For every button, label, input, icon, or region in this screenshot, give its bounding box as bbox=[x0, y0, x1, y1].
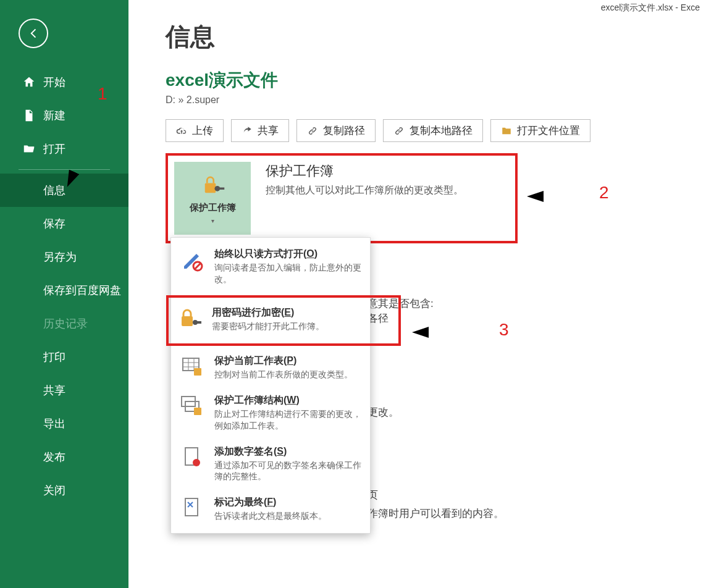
protect-workbook-dropdown: 始终以只读方式打开(O) 询问读者是否加入编辑，防止意外的更改。 用密码进行加密… bbox=[170, 237, 371, 534]
nav-label: 历史记录 bbox=[43, 316, 88, 331]
file-path: D: » 2.super bbox=[166, 94, 700, 106]
nav-label: 新建 bbox=[43, 108, 65, 123]
fragment-text: 作簿时用户可以看到的内容。 bbox=[368, 506, 504, 521]
dd-title: 用密码进行加密(E) bbox=[212, 306, 324, 319]
nav-label: 信息 bbox=[43, 183, 65, 198]
arrow-left-icon bbox=[27, 27, 40, 40]
tile-label: 保护工作簿 bbox=[190, 202, 236, 214]
chevron-down-icon: ▾ bbox=[211, 217, 214, 224]
share-button[interactable]: 共享 bbox=[231, 119, 289, 142]
dd-text: 保护当前工作表(P) 控制对当前工作表所做的更改类型。 bbox=[214, 355, 353, 380]
button-label: 上传 bbox=[192, 124, 213, 138]
protect-workbook-text: 保护工作簿 控制其他人可以对此工作簿所做的更改类型。 bbox=[266, 162, 463, 197]
link-icon bbox=[307, 125, 318, 136]
nav-info[interactable]: 信息 bbox=[0, 174, 128, 207]
section-title: 保护工作簿 bbox=[266, 162, 463, 180]
dd-desc: 询问读者是否加入编辑，防止意外的更改。 bbox=[214, 262, 361, 285]
svg-rect-19 bbox=[185, 498, 198, 516]
nav-label: 发布 bbox=[43, 450, 65, 464]
lock-key-icon bbox=[200, 172, 225, 198]
home-icon bbox=[22, 75, 36, 89]
dd-text: 标记为最终(F) 告诉读者此文档是最终版本。 bbox=[214, 496, 327, 522]
nav-publish[interactable]: 发布 bbox=[0, 440, 128, 474]
dd-title: 标记为最终(F) bbox=[214, 496, 327, 509]
dd-protect-sheet[interactable]: 保护当前工作表(P) 控制对当前工作表所做的更改类型。 bbox=[171, 348, 370, 388]
dd-desc: 控制对当前工作表所做的更改类型。 bbox=[214, 369, 353, 380]
dd-desc: 防止对工作簿结构进行不需要的更改，例如添加工作表。 bbox=[214, 408, 361, 432]
dd-title: 保护工作簿结构(W) bbox=[214, 394, 361, 407]
document-icon bbox=[22, 109, 36, 122]
link-icon bbox=[393, 125, 405, 136]
file-title: excel演示文件 bbox=[166, 69, 700, 92]
nav-label: 保存到百度网盘 bbox=[43, 283, 121, 298]
section-desc: 控制其他人可以对此工作簿所做的更改类型。 bbox=[266, 184, 463, 197]
cloud-upload-icon bbox=[176, 125, 187, 136]
nav-label: 另存为 bbox=[43, 250, 77, 264]
folder-open-icon bbox=[22, 142, 36, 156]
dd-text: 始终以只读方式打开(O) 询问读者是否加入编辑，防止意外的更改。 bbox=[214, 248, 361, 285]
svg-rect-0 bbox=[205, 183, 216, 193]
dd-text: 添加数字签名(S) 通过添加不可见的数字签名来确保工作簿的完整性。 bbox=[214, 445, 361, 483]
protect-workbook-tile[interactable]: 保护工作簿 ▾ bbox=[174, 162, 251, 235]
sheets-lock-icon bbox=[180, 394, 206, 420]
pencil-forbidden-icon bbox=[180, 248, 206, 274]
dd-encrypt-with-password[interactable]: 用密码进行加密(E) 需要密码才能打开此工作簿。 bbox=[169, 298, 398, 343]
copy-path-button[interactable]: 复制路径 bbox=[296, 119, 376, 142]
dd-desc: 通过添加不可见的数字签名来确保工作簿的完整性。 bbox=[214, 460, 361, 483]
button-label: 打开文件位置 bbox=[517, 124, 580, 138]
nav-new[interactable]: 新建 bbox=[0, 99, 128, 132]
svg-rect-7 bbox=[196, 321, 201, 324]
protect-workbook-highlight: 保护工作簿 ▾ 保护工作簿 控制其他人可以对此工作簿所做的更改类型。 bbox=[166, 153, 518, 243]
svg-rect-13 bbox=[194, 368, 201, 376]
nav-label: 打开 bbox=[43, 141, 65, 156]
nav-label: 导出 bbox=[43, 416, 65, 431]
nav-print[interactable]: 打印 bbox=[0, 340, 128, 374]
nav-save-as[interactable]: 另存为 bbox=[0, 240, 128, 274]
svg-rect-5 bbox=[182, 316, 193, 326]
dd-mark-final[interactable]: 标记为最终(F) 告诉读者此文档是最终版本。 bbox=[171, 490, 370, 529]
button-label: 共享 bbox=[258, 124, 279, 138]
folder-icon bbox=[501, 125, 512, 136]
nav-separator bbox=[19, 169, 110, 170]
svg-line-4 bbox=[195, 263, 201, 269]
lock-key-icon bbox=[177, 306, 203, 332]
dd-protect-structure[interactable]: 保护工作簿结构(W) 防止对工作簿结构进行不需要的更改，例如添加工作表。 bbox=[171, 388, 370, 439]
dd-text: 保护工作簿结构(W) 防止对工作簿结构进行不需要的更改，例如添加工作表。 bbox=[214, 394, 361, 432]
nav-label: 开始 bbox=[43, 75, 65, 90]
back-button[interactable] bbox=[19, 19, 48, 48]
sheet-lock-icon bbox=[180, 355, 206, 380]
share-icon bbox=[242, 125, 253, 136]
nav-save-baidu[interactable]: 保存到百度网盘 bbox=[0, 274, 128, 307]
nav-close[interactable]: 关闭 bbox=[0, 474, 128, 507]
upload-button[interactable]: 上传 bbox=[166, 119, 224, 142]
nav-open[interactable]: 打开 bbox=[0, 132, 128, 166]
backstage-content: 信息 excel演示文件 D: » 2.super 上传 共享 复制路径 复制本… bbox=[128, 0, 706, 588]
nav-start[interactable]: 开始 bbox=[0, 65, 128, 99]
fragment-text: 更改。 bbox=[368, 405, 399, 419]
nav-export[interactable]: 导出 bbox=[0, 407, 128, 440]
button-label: 复制路径 bbox=[323, 124, 365, 138]
nav-label: 关闭 bbox=[43, 483, 65, 498]
dd-desc: 需要密码才能打开此工作簿。 bbox=[212, 321, 324, 332]
dd-add-signature[interactable]: 添加数字签名(S) 通过添加不可见的数字签名来确保工作簿的完整性。 bbox=[171, 439, 370, 490]
dd-text: 用密码进行加密(E) 需要密码才能打开此工作簿。 bbox=[212, 306, 324, 332]
nav-share[interactable]: 共享 bbox=[0, 374, 128, 407]
dd-always-readonly[interactable]: 始终以只读方式打开(O) 询问读者是否加入编辑，防止意外的更改。 bbox=[171, 242, 370, 293]
certificate-icon bbox=[180, 445, 206, 471]
svg-point-18 bbox=[193, 459, 200, 466]
svg-rect-16 bbox=[194, 408, 201, 415]
open-file-location-button[interactable]: 打开文件位置 bbox=[490, 119, 590, 142]
copy-local-path-button[interactable]: 复制本地路径 bbox=[383, 119, 483, 142]
dd-title: 保护当前工作表(P) bbox=[214, 355, 353, 368]
nav-label: 共享 bbox=[43, 383, 65, 398]
button-label: 复制本地路径 bbox=[410, 124, 473, 138]
dd-encrypt-highlight: 用密码进行加密(E) 需要密码才能打开此工作簿。 bbox=[166, 295, 401, 346]
nav-save[interactable]: 保存 bbox=[0, 207, 128, 240]
nav-history: 历史记录 bbox=[0, 307, 128, 340]
svg-rect-2 bbox=[219, 188, 225, 190]
dd-title: 添加数字签名(S) bbox=[214, 445, 361, 458]
nav-label: 打印 bbox=[43, 350, 65, 364]
page-title: 信息 bbox=[166, 20, 700, 54]
protect-workbook-section: 保护工作簿 ▾ 保护工作簿 控制其他人可以对此工作簿所做的更改类型。 意其是否包… bbox=[166, 153, 700, 243]
backstage-sidebar: 开始 新建 打开 信息 保存 另存为 保存到百度网盘 历史记录 打印 共享 导出… bbox=[0, 0, 128, 588]
